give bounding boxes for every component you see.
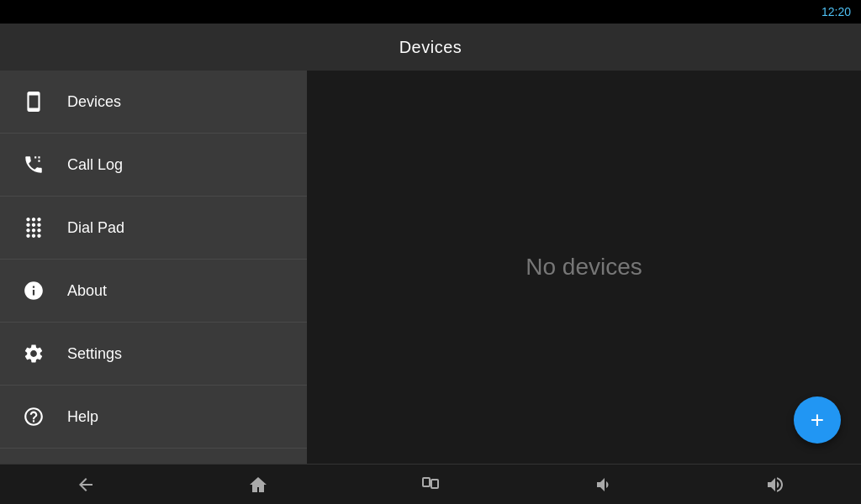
sidebar-devices-label: Devices	[67, 93, 121, 111]
empty-message: No devices	[526, 254, 642, 281]
add-icon: +	[811, 408, 824, 432]
main-layout: Devices Call Log Dial Pad	[0, 71, 861, 464]
smartphone-icon	[17, 85, 50, 118]
sidebar-item-help[interactable]: Help	[0, 386, 307, 449]
status-bar: 12:20	[0, 0, 861, 24]
volume-down-button[interactable]	[576, 468, 630, 501]
svg-rect-0	[423, 478, 430, 486]
sidebar-item-calllog[interactable]: Call Log	[0, 134, 307, 197]
settings-icon	[17, 337, 50, 370]
info-icon	[17, 274, 50, 307]
sidebar-item-about[interactable]: About	[0, 260, 307, 323]
help-icon	[17, 400, 50, 433]
recents-icon	[420, 475, 441, 495]
recents-button[interactable]	[404, 468, 457, 501]
sidebar-dialpad-label: Dial Pad	[67, 219, 124, 237]
sidebar-item-settings[interactable]: Settings	[0, 323, 307, 386]
sidebar: Devices Call Log Dial Pad	[0, 71, 307, 464]
add-device-button[interactable]: +	[794, 396, 841, 444]
sidebar-help-label: Help	[67, 408, 98, 426]
back-button[interactable]	[59, 468, 113, 501]
home-button[interactable]	[231, 468, 285, 501]
svg-rect-1	[431, 480, 438, 488]
volume-up-button[interactable]	[748, 468, 802, 501]
call-log-icon	[17, 148, 50, 181]
volume-up-icon	[765, 475, 785, 495]
app-bar: Devices	[0, 24, 861, 71]
status-time: 12:20	[821, 5, 851, 18]
bottom-bar	[0, 464, 861, 504]
dialpad-icon	[17, 211, 50, 244]
sidebar-item-dialpad[interactable]: Dial Pad	[0, 197, 307, 260]
home-icon	[248, 475, 268, 495]
content-area: No devices +	[307, 71, 861, 464]
volume-down-icon	[593, 475, 613, 495]
sidebar-settings-label: Settings	[67, 345, 122, 363]
sidebar-about-label: About	[67, 282, 107, 300]
sidebar-item-devices[interactable]: Devices	[0, 71, 307, 134]
app-bar-title: Devices	[399, 38, 462, 57]
sidebar-calllog-label: Call Log	[67, 156, 123, 174]
back-icon	[76, 475, 96, 495]
